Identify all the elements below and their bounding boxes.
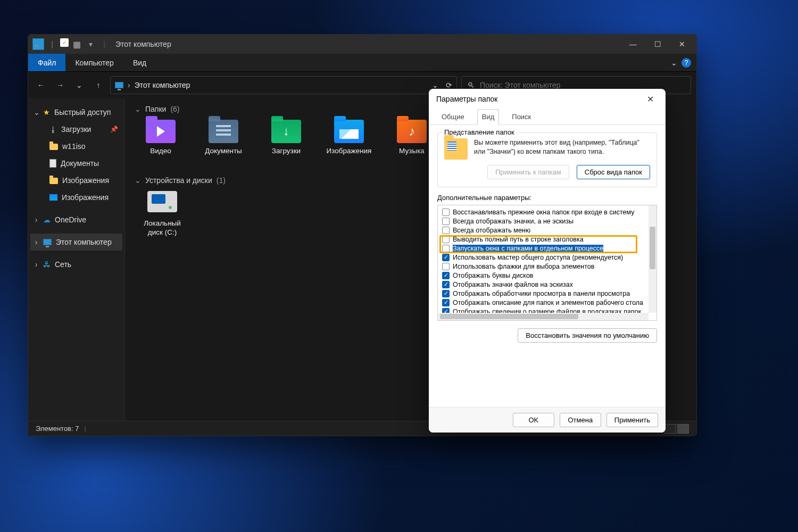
checkbox[interactable] xyxy=(442,245,450,252)
document-icon xyxy=(49,159,56,168)
checkbox[interactable]: ✓ xyxy=(442,299,450,306)
address-bar[interactable]: › Этот компьютер ⌄ ⟳ xyxy=(110,76,457,94)
option-label: Восстанавливать прежние окна папок при в… xyxy=(453,209,634,216)
tab-general[interactable]: Общие xyxy=(437,110,469,124)
dialog-buttons: OK Отмена Применить xyxy=(429,407,666,433)
group-count: (1) xyxy=(217,176,226,185)
sidebar-item-network[interactable]: › 🖧 Сеть xyxy=(30,256,122,273)
checkbox[interactable]: ✓ xyxy=(442,272,450,279)
checkbox[interactable]: ✓ xyxy=(442,254,450,261)
pictures-folder-icon xyxy=(334,120,364,143)
advanced-option[interactable]: Запускать окна с папками в отдельном про… xyxy=(440,244,656,253)
close-button[interactable]: ✕ xyxy=(670,35,694,54)
scrollbar-thumb[interactable] xyxy=(650,227,655,269)
advanced-option[interactable]: Всегда отображать меню xyxy=(440,226,656,235)
advanced-option[interactable]: Всегда отображать значки, а не эскизы xyxy=(440,217,656,226)
dialog-close-button[interactable]: ✕ xyxy=(642,91,658,107)
folder-label: Изображения xyxy=(327,146,372,155)
option-label: Запускать окна с папками в отдельном про… xyxy=(453,245,603,252)
minimize-button[interactable]: — xyxy=(621,35,645,54)
chevron-right-icon[interactable]: › xyxy=(34,260,39,269)
drive-label: Локальный диск (C:) xyxy=(140,219,185,237)
drive-item-c[interactable]: Локальный диск (C:) xyxy=(140,191,185,237)
chevron-right-icon[interactable]: › xyxy=(34,238,39,246)
option-label: Всегда отображать значки, а не эскизы xyxy=(453,218,573,225)
chevron-down-icon[interactable]: ⌄ xyxy=(135,176,141,185)
titlebar: | ✓ ▦ ▾ | Этот компьютер — ☐ ✕ xyxy=(28,35,696,54)
address-segment[interactable]: Этот компьютер xyxy=(135,81,190,89)
up-button[interactable]: ↑ xyxy=(91,78,106,93)
sidebar-item-pictures[interactable]: Изображения xyxy=(30,172,122,189)
folder-item-music[interactable]: Музыка xyxy=(391,120,433,164)
scrollbar-thumb[interactable] xyxy=(440,314,578,319)
sidebar-item-w11iso[interactable]: w11iso xyxy=(30,138,122,155)
folder-item-documents[interactable]: Документы xyxy=(203,120,244,164)
help-icon[interactable]: ? xyxy=(681,58,691,68)
tab-search[interactable]: Поиск xyxy=(508,110,535,124)
sidebar-label: OneDrive xyxy=(55,215,86,224)
sidebar-label: Изображения xyxy=(62,193,109,202)
refresh-icon[interactable]: ⟳ xyxy=(446,81,452,89)
option-label: Выводить полный путь в строке заголовка xyxy=(453,236,584,243)
advanced-option[interactable]: ✓Отображать описание для папок и элемент… xyxy=(440,298,656,307)
advanced-option[interactable]: Восстанавливать прежние окна папок при в… xyxy=(440,207,656,217)
sidebar-item-onedrive[interactable]: › ☁ OneDrive xyxy=(30,211,122,228)
checkbox[interactable] xyxy=(442,209,450,216)
tab-file[interactable]: Файл xyxy=(28,54,65,71)
address-dropdown-icon[interactable]: ⌄ xyxy=(432,81,438,89)
back-button[interactable]: ← xyxy=(34,78,48,93)
checkbox[interactable]: ✓ xyxy=(442,281,450,288)
chevron-down-icon[interactable]: ⌄ xyxy=(135,105,141,113)
chevron-right-icon[interactable]: › xyxy=(34,215,39,224)
group-title: Папки xyxy=(145,105,166,113)
advanced-settings-list[interactable]: Восстанавливать прежние окна папок при в… xyxy=(437,205,657,321)
folder-item-pictures[interactable]: Изображения xyxy=(328,120,370,164)
tab-computer[interactable]: Компьютер xyxy=(65,54,123,71)
option-label: Отображать описание для папок и элементо… xyxy=(453,299,643,306)
folder-label: Видео xyxy=(150,146,171,155)
tab-view[interactable]: Вид xyxy=(477,109,500,125)
view-details-button[interactable] xyxy=(664,424,676,434)
checkbox[interactable] xyxy=(442,236,450,243)
sidebar-item-quick-access[interactable]: ⌄ ★ Быстрый доступ xyxy=(30,104,122,121)
folder-views-group: Представление папок Вы можете применить … xyxy=(437,132,657,187)
checkbox[interactable]: ✓ xyxy=(442,290,450,297)
apply-button[interactable]: Применить xyxy=(606,413,658,427)
forward-button[interactable]: → xyxy=(53,78,68,93)
folder-item-video[interactable]: Видео xyxy=(140,120,181,164)
sidebar-item-downloads[interactable]: ⭳ Загрузки 📌 xyxy=(30,121,122,138)
sidebar-label: w11iso xyxy=(62,142,86,151)
sidebar-item-pictures-2[interactable]: Изображения xyxy=(30,189,122,206)
ok-button[interactable]: OK xyxy=(513,413,554,427)
advanced-option[interactable]: Выводить полный путь в строке заголовка xyxy=(440,235,656,244)
cloud-icon: ☁ xyxy=(43,215,51,224)
maximize-button[interactable]: ☐ xyxy=(645,35,670,54)
advanced-option[interactable]: Использовать флажки для выбора элементов xyxy=(440,262,656,271)
folder-label: Загрузки xyxy=(272,146,301,155)
downloads-folder-icon xyxy=(271,120,301,143)
cancel-button[interactable]: Отмена xyxy=(560,413,601,427)
advanced-option[interactable]: ✓Отображать обработчики просмотра в пане… xyxy=(440,289,656,298)
recent-button[interactable]: ⌄ xyxy=(72,78,87,93)
apply-to-folders-button[interactable]: Применить к папкам xyxy=(487,165,569,179)
option-label: Отображать значки файлов на эскизах xyxy=(453,281,573,288)
checkbox[interactable] xyxy=(442,263,450,270)
search-placeholder: Поиск: Этот компьютер xyxy=(480,81,560,89)
advanced-option[interactable]: ✓Отображать буквы дисков xyxy=(440,271,656,280)
chevron-down-icon[interactable]: ⌄ xyxy=(34,108,39,117)
sidebar-item-documents[interactable]: Документы xyxy=(30,155,122,172)
vertical-scrollbar[interactable] xyxy=(649,205,656,313)
tab-view[interactable]: Вид xyxy=(123,54,156,71)
view-icons-button[interactable] xyxy=(677,424,689,434)
advanced-option[interactable]: ✓Использовать мастер общего доступа (рек… xyxy=(440,253,656,262)
ribbon-chevron-icon[interactable]: ⌄ xyxy=(671,59,677,67)
folder-item-downloads[interactable]: Загрузки xyxy=(265,120,307,164)
horizontal-scrollbar[interactable] xyxy=(438,313,649,320)
checkbox[interactable] xyxy=(442,227,450,234)
checkbox[interactable] xyxy=(442,218,450,225)
reset-folders-button[interactable]: Сброс вида папок xyxy=(577,165,650,179)
dropdown-icon[interactable]: ▾ xyxy=(85,38,96,50)
advanced-option[interactable]: ✓Отображать значки файлов на эскизах xyxy=(440,280,656,289)
restore-defaults-button[interactable]: Восстановить значения по умолчанию xyxy=(518,328,657,343)
sidebar-item-this-pc[interactable]: › Этот компьютер xyxy=(30,234,122,251)
